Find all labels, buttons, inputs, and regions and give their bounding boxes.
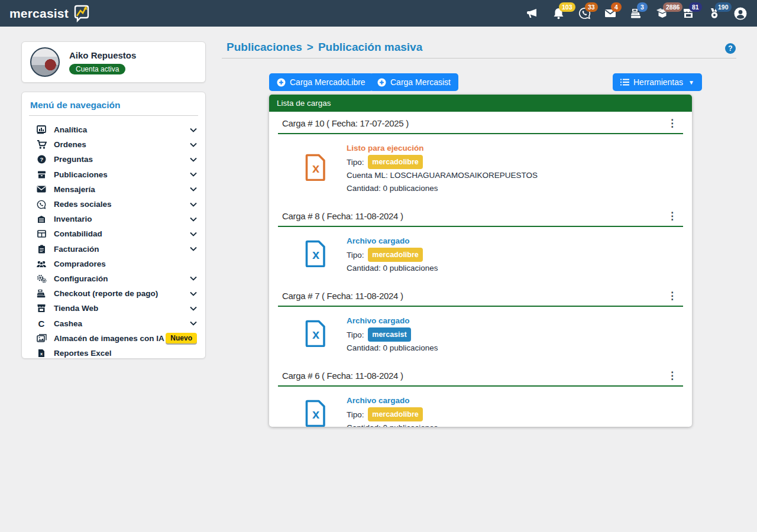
- cart-icon: [36, 140, 47, 150]
- svg-text:?: ?: [40, 156, 43, 163]
- chevron-down-icon: [190, 157, 197, 162]
- whatsapp-icon: [36, 200, 47, 209]
- envelope-icon: [36, 184, 47, 194]
- sidebar-item-publicaciones[interactable]: Publicaciones: [36, 167, 197, 182]
- excel-file-icon: x: [305, 154, 327, 183]
- sidebar-item-ordenes[interactable]: Ordenes: [36, 137, 197, 152]
- carga-row-header: Carga # 10 ( Fecha: 17-07-2025 ) ⋮: [278, 112, 683, 134]
- chevron-down-icon: [190, 217, 197, 222]
- sidebar-item-label: Reportes Excel: [54, 349, 112, 358]
- sidebar-item-label: Checkout (reporte de pago): [54, 289, 158, 298]
- menu-list: Analítica Ordenes ? Preguntas Publicacio…: [22, 116, 205, 361]
- brand-name: mercasist: [9, 7, 69, 21]
- sidebar-item-facturacion[interactable]: Facturación: [36, 242, 197, 257]
- chevron-down-icon: [190, 142, 197, 147]
- chevron-down-icon: [190, 202, 197, 207]
- sidebar-item-reportes-excel[interactable]: x Reportes Excel: [36, 346, 197, 361]
- chevron-down-icon: [190, 246, 197, 251]
- whatsapp-badge: 33: [585, 2, 598, 12]
- box-icon: [36, 170, 47, 179]
- sidebar-item-almacen-imagenes-ia[interactable]: Almacén de imagenes con IA Nuevo: [36, 331, 197, 346]
- excel-file-icon: x: [305, 400, 327, 427]
- carga-mercasist-button[interactable]: Carga Mercasist: [370, 73, 458, 91]
- carga-tipo-line: Tipo: mercadolibre: [347, 155, 538, 169]
- top-navbar: mercasist 103 33: [0, 0, 757, 27]
- carga-row-body: x Archivo cargado Tipo: mercadolibre Can…: [269, 387, 692, 427]
- panel-header: Lista de cargas: [269, 95, 692, 112]
- sidebar-item-label: Configuración: [54, 274, 108, 283]
- sidebar-item-contabilidad[interactable]: Contabilidad: [36, 226, 197, 241]
- excel-file-icon: x: [305, 240, 327, 270]
- mercasist-logo-icon: [72, 4, 92, 24]
- svg-text:x: x: [312, 407, 320, 421]
- sidebar-item-preguntas[interactable]: ? Preguntas: [36, 152, 197, 167]
- brand-logo[interactable]: mercasist: [9, 4, 92, 24]
- megaphone-icon[interactable]: [525, 7, 539, 21]
- carga-row-body: x Archivo cargado Tipo: mercadolibre Can…: [269, 227, 692, 284]
- sidebar-item-checkout[interactable]: Checkout (reporte de pago): [36, 286, 197, 301]
- table-icon: [36, 229, 47, 239]
- excel-file-icon: x: [305, 320, 327, 349]
- herramientas-dropdown-button[interactable]: Herramientas ▼: [613, 73, 702, 91]
- carga-status: Listo para ejecución: [347, 142, 538, 155]
- carga-cantidad: Cantidad: 0 publicaciones: [347, 262, 438, 275]
- sidebar-item-configuracion[interactable]: Configuración: [36, 271, 197, 286]
- sidebar-item-redes-sociales[interactable]: Redes sociales: [36, 197, 197, 212]
- sidebar-item-mensajeria[interactable]: Mensajería: [36, 182, 197, 197]
- user-avatar-icon[interactable]: [733, 7, 748, 21]
- invoice-icon: [36, 244, 47, 254]
- carga-title: Carga # 7 ( Fecha: 11-08-2024 ): [282, 291, 403, 301]
- kebab-menu-icon[interactable]: ⋮: [665, 212, 679, 220]
- tipo-badge: mercadolibre: [368, 155, 423, 169]
- store-icon[interactable]: 81: [681, 7, 695, 21]
- open-box-icon[interactable]: 2886: [655, 7, 669, 21]
- kebab-menu-icon[interactable]: ⋮: [665, 372, 679, 380]
- whatsapp-icon[interactable]: 33: [577, 7, 591, 21]
- breadcrumb-parent[interactable]: Publicaciones: [227, 41, 302, 54]
- carga-row-body: x Archivo cargado Tipo: mercasist Cantid…: [269, 307, 692, 364]
- chevron-down-icon: [190, 232, 197, 236]
- sidebar-item-label: Preguntas: [54, 155, 93, 164]
- kebab-menu-icon[interactable]: ⋮: [665, 119, 679, 128]
- sidebar-item-compradores[interactable]: Compradores: [36, 257, 197, 271]
- chevron-down-icon: [190, 321, 197, 326]
- sidebar-item-cashea[interactable]: C Cashea: [36, 316, 197, 330]
- sidebar-item-inventario[interactable]: Inventario: [36, 212, 197, 226]
- profile-avatar[interactable]: [30, 47, 60, 77]
- list-icon: [620, 79, 629, 86]
- cashea-icon: C: [36, 319, 47, 328]
- tipo-badge: mercadolibre: [368, 248, 423, 262]
- carga-row-header: Carga # 8 ( Fecha: 11-08-2024 ) ⋮: [278, 205, 683, 227]
- chevron-down-icon: [190, 306, 197, 311]
- sidebar-item-label: Cashea: [54, 319, 82, 328]
- medal-icon[interactable]: 190: [707, 7, 722, 21]
- carga-mercadolibre-button[interactable]: Carga MercadoLibre: [269, 73, 373, 91]
- sidebar-item-label: Inventario: [54, 215, 92, 223]
- cash-register-icon: [36, 289, 47, 299]
- sidebar-item-label: Redes sociales: [54, 200, 112, 209]
- sidebar-item-analitica[interactable]: Analítica: [36, 122, 197, 137]
- carga-status: Archivo cargado: [347, 235, 438, 248]
- carga-row-body: x Listo para ejecución Tipo: mercadolibr…: [269, 134, 692, 205]
- plus-circle-icon: [277, 78, 286, 87]
- envelope-icon[interactable]: 4: [603, 7, 617, 21]
- chevron-down-icon: [190, 291, 197, 296]
- kebab-menu-icon[interactable]: ⋮: [665, 292, 679, 300]
- cash-register-badge: 3: [637, 2, 648, 12]
- chevron-down-icon: [190, 128, 197, 132]
- carga-title: Carga # 10 ( Fecha: 17-07-2025 ): [282, 118, 409, 128]
- help-icon[interactable]: ?: [725, 43, 736, 54]
- carga-cantidad: Cantidad: 0 publicaciones: [347, 182, 538, 195]
- cash-register-icon[interactable]: 3: [629, 7, 643, 21]
- store-icon: [36, 304, 47, 313]
- sidebar-item-label: Facturación: [54, 245, 99, 254]
- sidebar-item-tienda-web[interactable]: Tienda Web: [36, 301, 197, 316]
- sidebar-item-label: Tienda Web: [54, 304, 98, 313]
- svg-text:x: x: [312, 327, 320, 342]
- medal-badge: 190: [715, 2, 732, 12]
- carga-mercasist-label: Carga Mercasist: [390, 77, 451, 87]
- bell-icon[interactable]: 103: [551, 7, 565, 21]
- sidebar-item-label: Analítica: [54, 125, 87, 134]
- bell-badge: 103: [559, 2, 575, 12]
- chevron-down-icon: [190, 187, 197, 192]
